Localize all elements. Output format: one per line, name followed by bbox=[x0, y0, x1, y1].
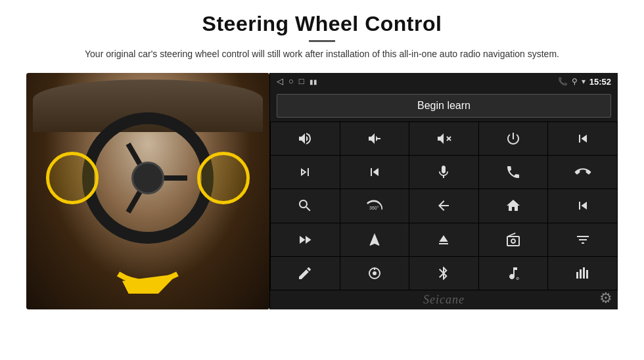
fast-forward-icon bbox=[297, 232, 313, 248]
vol-down-icon bbox=[367, 131, 382, 146]
skip-prev-fast-icon bbox=[367, 164, 382, 180]
recent-apps-icon[interactable]: □ bbox=[299, 76, 304, 87]
settings-knob-button[interactable] bbox=[340, 257, 409, 290]
svg-point-8 bbox=[373, 271, 377, 275]
power-button[interactable] bbox=[479, 122, 548, 155]
content-area: ◁ ○ □ ▮▮ 📞 ⚲ ▾ 15:52 Begin learn bbox=[26, 73, 618, 309]
yellow-arrow-icon bbox=[112, 254, 191, 294]
svg-rect-11 bbox=[576, 272, 578, 279]
status-time: 15:52 bbox=[589, 77, 611, 87]
status-bar-left: ◁ ○ □ ▮▮ bbox=[277, 76, 317, 87]
begin-learn-button[interactable]: Begin learn bbox=[277, 94, 611, 118]
svg-text:⚙: ⚙ bbox=[516, 277, 519, 281]
radio-button[interactable] bbox=[479, 223, 548, 256]
vol-up-icon: + bbox=[297, 131, 313, 146]
power-icon bbox=[505, 131, 521, 146]
eject-button[interactable] bbox=[409, 223, 478, 256]
wheel-outer bbox=[82, 112, 214, 244]
vol-up-button[interactable]: + bbox=[271, 122, 340, 155]
mute-button[interactable] bbox=[409, 122, 478, 155]
home-nav-button[interactable] bbox=[479, 189, 548, 222]
skip-prev-fast-button[interactable] bbox=[340, 156, 409, 189]
music-icon: ⚙ bbox=[505, 265, 521, 281]
page-subtitle: Your original car's steering wheel contr… bbox=[85, 47, 559, 61]
highlight-circle-right bbox=[197, 152, 250, 204]
camera-button[interactable] bbox=[271, 189, 340, 222]
seicane-bar: Seicane ⚙ bbox=[270, 290, 618, 309]
hang-up-icon bbox=[575, 164, 591, 180]
mic-button[interactable] bbox=[409, 156, 478, 189]
home-nav-icon bbox=[505, 198, 521, 214]
back-nav-icon bbox=[436, 198, 451, 214]
pen-button[interactable] bbox=[271, 257, 340, 290]
music-button[interactable]: ⚙ bbox=[479, 257, 548, 290]
svg-rect-13 bbox=[583, 267, 585, 279]
begin-learn-row: Begin learn bbox=[270, 90, 618, 122]
phone-status-icon: 📞 bbox=[558, 77, 568, 86]
wheel-center bbox=[131, 162, 164, 194]
pen-icon bbox=[297, 265, 313, 281]
360-icon: 360° bbox=[367, 198, 382, 214]
gear-icon[interactable]: ⚙ bbox=[599, 290, 612, 307]
svg-rect-2 bbox=[377, 138, 380, 139]
status-bar: ◁ ○ □ ▮▮ 📞 ⚲ ▾ 15:52 bbox=[270, 73, 618, 90]
bluetooth-icon bbox=[436, 265, 451, 281]
skip-forward-icon bbox=[297, 164, 313, 180]
mic-icon bbox=[436, 164, 451, 180]
arrow-container bbox=[112, 254, 191, 296]
prev-track-button[interactable] bbox=[548, 122, 617, 155]
spectrum-button[interactable] bbox=[548, 257, 617, 290]
360-view-button[interactable]: 360° bbox=[340, 189, 409, 222]
seicane-watermark: Seicane bbox=[423, 293, 465, 306]
svg-rect-14 bbox=[586, 270, 588, 279]
steering-wheel bbox=[82, 112, 214, 244]
prev-track-icon bbox=[575, 131, 591, 146]
skip-forward-button[interactable] bbox=[271, 156, 340, 189]
mute-icon bbox=[436, 131, 451, 146]
back-nav-button[interactable] bbox=[409, 189, 478, 222]
android-screen: ◁ ○ □ ▮▮ 📞 ⚲ ▾ 15:52 Begin learn bbox=[269, 73, 618, 309]
eq-icon bbox=[575, 232, 591, 248]
navigation-button[interactable] bbox=[340, 223, 409, 256]
svg-rect-12 bbox=[580, 269, 582, 279]
hang-up-button[interactable] bbox=[548, 156, 617, 189]
phone-icon bbox=[505, 164, 521, 180]
page-container: Steering Wheel Control Your original car… bbox=[0, 0, 644, 360]
back-icon[interactable]: ◁ bbox=[277, 76, 283, 87]
fast-forward-button[interactable] bbox=[271, 223, 340, 256]
controls-grid: + bbox=[270, 122, 618, 290]
svg-text:+: + bbox=[308, 132, 311, 138]
highlight-circle-left bbox=[46, 152, 99, 204]
camera-icon bbox=[297, 198, 313, 214]
prev-ch-button[interactable] bbox=[548, 189, 617, 222]
wifi-status-icon: ▾ bbox=[582, 77, 586, 86]
vol-down-button[interactable] bbox=[340, 122, 409, 155]
eq-button[interactable] bbox=[548, 223, 617, 256]
eject-icon bbox=[436, 232, 451, 248]
status-bar-right: 📞 ⚲ ▾ 15:52 bbox=[558, 77, 611, 87]
phone-button[interactable] bbox=[479, 156, 548, 189]
page-title: Steering Wheel Control bbox=[85, 12, 559, 36]
prev-ch-icon bbox=[575, 198, 591, 214]
home-icon[interactable]: ○ bbox=[288, 76, 294, 87]
signal-icon: ▮▮ bbox=[310, 78, 317, 85]
svg-text:360°: 360° bbox=[369, 206, 379, 210]
radio-icon bbox=[505, 232, 521, 248]
title-section: Steering Wheel Control Your original car… bbox=[85, 12, 559, 61]
spectrum-icon bbox=[575, 265, 591, 281]
navigation-icon bbox=[367, 232, 382, 248]
bluetooth-button[interactable] bbox=[409, 257, 478, 290]
location-status-icon: ⚲ bbox=[572, 77, 578, 86]
title-divider bbox=[309, 40, 335, 42]
settings-knob-icon bbox=[367, 265, 382, 281]
steering-wheel-image bbox=[26, 73, 269, 309]
